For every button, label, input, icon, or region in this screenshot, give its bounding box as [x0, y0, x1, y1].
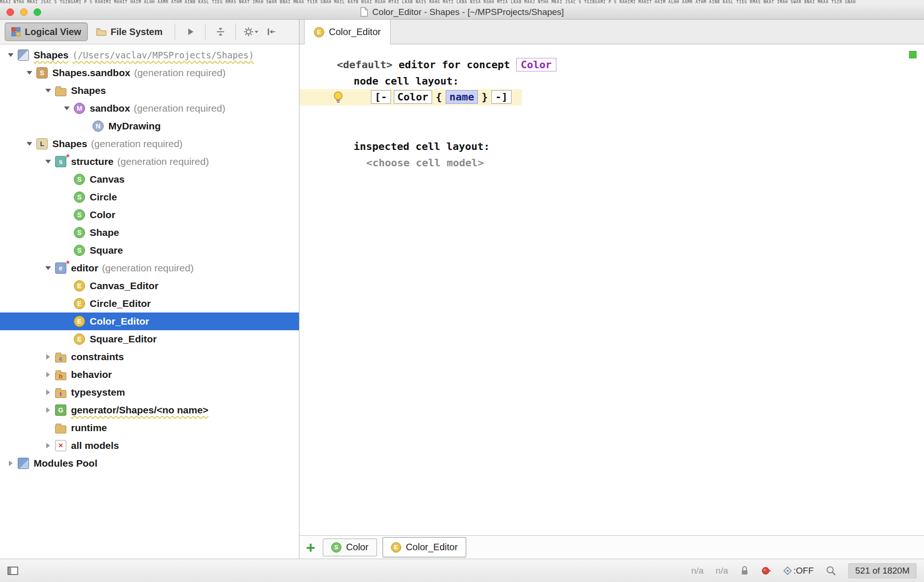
tree-item-shapes-sandbox[interactable]: SShapes.sandbox(generation required): [0, 64, 299, 82]
chevron-collapsed-icon[interactable]: [41, 390, 55, 395]
cell-token-bracket[interactable]: [-: [371, 90, 391, 104]
tree-item-circle[interactable]: SCircle: [0, 188, 299, 206]
tree-item-runtime[interactable]: runtime: [0, 419, 299, 437]
editorNode-icon: E: [74, 280, 85, 291]
tree-item-typesystem[interactable]: ttypesystem: [0, 383, 299, 401]
add-tab-button[interactable]: +: [306, 540, 315, 554]
play-icon[interactable]: [181, 23, 199, 41]
concept-icon: S: [74, 192, 85, 203]
generator-icon: G: [55, 405, 66, 416]
red-indicator-icon[interactable]: [761, 566, 771, 575]
concept-icon: S: [74, 209, 85, 220]
editor-tab-color-editor[interactable]: E Color_Editor: [304, 20, 391, 44]
chevron-expanded-icon[interactable]: [22, 142, 36, 146]
concept-reference[interactable]: Color: [516, 58, 556, 71]
tree-item-label: Shapes: [71, 85, 106, 96]
choose-cell-model[interactable]: <choose cell model>: [299, 155, 924, 171]
tree-item-label: Square: [90, 245, 123, 256]
cell-token-brace[interactable]: {: [435, 91, 443, 103]
logical-view-label: Logical View: [25, 27, 81, 37]
cell-layout-row[interactable]: [-Color{name}-]: [299, 89, 924, 106]
tree-item-editor-aspect[interactable]: eeditor(generation required): [0, 259, 299, 277]
tree-item-label: Shapes: [34, 50, 69, 60]
lock-icon[interactable]: [740, 566, 749, 576]
tree-item-circle-editor[interactable]: ECircle_Editor: [0, 295, 299, 312]
chevron-expanded-icon[interactable]: [41, 89, 55, 92]
chevron-collapsed-icon[interactable]: [4, 461, 18, 466]
tree-item-modules-pool[interactable]: Modules Pool: [0, 454, 299, 472]
memory-indicator[interactable]: 521 of 1820M: [848, 563, 917, 578]
node-tab-label: Color: [346, 542, 369, 553]
chevron-collapsed-icon[interactable]: [41, 372, 55, 377]
tree-item-square[interactable]: SSquare: [0, 241, 299, 259]
tree-item-canvas-editor[interactable]: ECanvas_Editor: [0, 277, 299, 295]
default-keyword[interactable]: <default>: [337, 59, 392, 71]
toggle-tool-window-bars-icon[interactable]: [7, 567, 18, 575]
tree-item-suffix: (generation required): [134, 67, 226, 78]
tree-item-shape[interactable]: SShape: [0, 224, 299, 241]
main-split: Shapes(/Users/vaclav/MPSProjects/Shapes)…: [0, 44, 924, 559]
cell-token-brace[interactable]: }: [481, 91, 489, 103]
cell-token-constant[interactable]: Color: [394, 90, 432, 104]
folderbadge-icon: t: [55, 390, 66, 398]
tree-item-shapes-folder[interactable]: Shapes: [0, 82, 299, 99]
position-widget: n/a: [691, 566, 704, 576]
chevron-expanded-icon[interactable]: [4, 53, 18, 57]
project-icon: [18, 50, 29, 61]
logical-view-tab[interactable]: Logical View: [5, 22, 88, 41]
cell-token-property[interactable]: name: [446, 90, 478, 104]
tree-item-label: constraints: [71, 351, 124, 362]
chevron-expanded-icon[interactable]: [41, 160, 55, 163]
search-icon[interactable]: [826, 566, 836, 576]
tree-item-shapes-language[interactable]: LShapes(generation required): [0, 135, 299, 153]
error-stripe-ok-icon: [909, 51, 917, 58]
tree-item-label: all models: [71, 440, 119, 451]
tree-item-canvas[interactable]: SCanvas: [0, 170, 299, 188]
collapse-expand-icon[interactable]: [211, 23, 230, 41]
solution-icon: S: [36, 67, 48, 78]
highlight-off-label: :OFF: [794, 566, 814, 576]
mps-window: MAAJ NTHA MKAI JSAC S TGIBGAMI P S RAHIM…: [0, 0, 924, 582]
diamond-icon: [783, 567, 792, 575]
minimize-window-button[interactable]: [20, 8, 28, 16]
window-title: Color_Editor - Shapes - [~/MPSProjects/S…: [372, 7, 564, 17]
tree-item-behavior[interactable]: bbehavior: [0, 366, 299, 383]
tree-item-sandbox-model[interactable]: Msandbox(generation required): [0, 99, 299, 117]
tree-item-generator[interactable]: Ggenerator/Shapes/<no name>: [0, 401, 299, 419]
tree-item-suffix: (generation required): [134, 103, 225, 114]
tree-item-shapes-project[interactable]: Shapes(/Users/vaclav/MPSProjects/Shapes): [0, 46, 299, 64]
chevron-expanded-icon[interactable]: [22, 71, 36, 75]
modules-icon: [18, 458, 29, 469]
zoom-window-button[interactable]: [34, 8, 41, 16]
highlight-level-widget[interactable]: :OFF: [783, 566, 814, 576]
tree-item-mydrawing[interactable]: NMyDrawing: [0, 117, 299, 135]
tree-item-label: Shapes: [52, 138, 87, 149]
close-window-button[interactable]: [7, 8, 14, 16]
node-tab-label: Color_Editor: [406, 542, 458, 553]
hide-panel-icon[interactable]: [262, 23, 281, 41]
chevron-collapsed-icon[interactable]: [41, 407, 55, 413]
tree-item-label: Canvas: [90, 174, 125, 185]
tree-item-all-models[interactable]: ×all models: [0, 437, 299, 454]
tree-item-suffix: (generation required): [117, 156, 209, 167]
tree-item-constraints[interactable]: cconstraints: [0, 348, 299, 366]
tree-item-structure[interactable]: sstructure(generation required): [0, 153, 299, 170]
chevron-expanded-icon[interactable]: [41, 266, 55, 270]
tree-item-square-editor[interactable]: ESquare_Editor: [0, 330, 299, 348]
chevron-expanded-icon[interactable]: [60, 106, 74, 110]
chevron-collapsed-icon[interactable]: [41, 443, 55, 448]
gear-icon[interactable]: [242, 23, 260, 41]
tree-item-color-editor[interactable]: EColor_Editor: [0, 312, 299, 330]
tree-item-color[interactable]: SColor: [0, 206, 299, 224]
node-tab-color[interactable]: S Color: [323, 539, 377, 556]
toolbar-separator: [175, 23, 175, 40]
node-icon: N: [92, 121, 104, 132]
intention-bulb-icon[interactable]: [333, 91, 344, 103]
chevron-collapsed-icon[interactable]: [41, 354, 55, 360]
tree-item-label: behavior: [71, 369, 112, 380]
inspected-cell-layout-label: inspected cell layout:: [299, 138, 924, 155]
cell-token-bracket[interactable]: -]: [491, 90, 512, 104]
file-system-tab[interactable]: File System: [90, 22, 169, 41]
editor-pane[interactable]: <default> editor for concept Color node …: [299, 44, 924, 535]
node-tab-color-editor[interactable]: E Color_Editor: [383, 537, 466, 557]
